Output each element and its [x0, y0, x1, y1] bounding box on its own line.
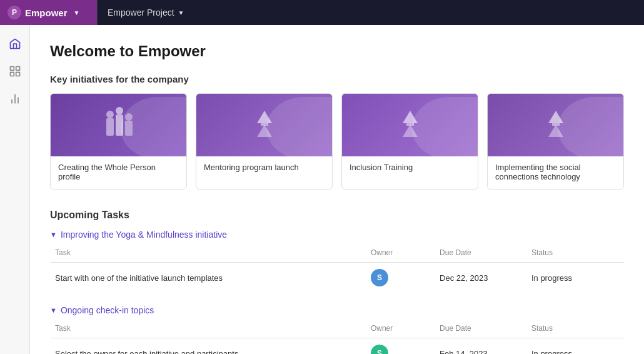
card-label-0: Creating the Whole Person profile — [51, 156, 186, 189]
task-table-1: Task Owner Due Date Status Select the ow… — [50, 321, 624, 354]
sidebar — [0, 25, 30, 354]
task-group-0: ▼ Improving the Yoga & Mindfulness initi… — [50, 230, 624, 293]
cards-row: Creating the Whole Person profile — [50, 93, 624, 190]
initiative-card-0[interactable]: Creating the Whole Person profile — [50, 93, 187, 190]
date-cell: Dec 22, 2023 — [435, 263, 526, 293]
initiative-card-1[interactable]: Mentoring program launch — [196, 93, 333, 190]
col-header-date-1: Due Date — [435, 321, 526, 338]
table-row: Start with one of the initiative launch … — [50, 263, 624, 293]
tasks-section: Upcoming Tasks ▼ Improving the Yoga & Mi… — [50, 210, 624, 354]
upcoming-tasks-label: Upcoming Tasks — [50, 210, 624, 221]
col-header-task-0: Task — [50, 246, 366, 263]
brand[interactable]: P Empower ▼ — [0, 0, 97, 25]
brand-icon: P — [8, 6, 21, 19]
svg-marker-14 — [257, 124, 272, 137]
card-label-1: Mentoring program launch — [196, 156, 332, 180]
svg-rect-0 — [10, 67, 14, 71]
status-badge: In progress — [531, 349, 572, 355]
initiative-card-3[interactable]: Implementing the social connections tech… — [487, 93, 624, 190]
svg-marker-19 — [548, 111, 563, 123]
status-cell: In progress — [526, 338, 624, 355]
svg-rect-21 — [552, 123, 560, 126]
table-row: Select the owner for each initiative and… — [50, 338, 624, 355]
sidebar-item-reports[interactable] — [4, 88, 26, 110]
svg-rect-8 — [116, 114, 123, 136]
date-cell: Feb 14, 2023 — [435, 338, 526, 355]
svg-rect-18 — [406, 123, 414, 126]
key-initiatives-section: Key initiatives for the company — [50, 74, 624, 190]
status-cell: In progress — [526, 263, 624, 293]
svg-marker-16 — [403, 111, 418, 123]
svg-rect-1 — [16, 67, 19, 71]
card-image-1 — [196, 94, 332, 156]
card-figure-3 — [537, 106, 575, 145]
svg-point-11 — [116, 107, 123, 114]
key-initiatives-label: Key initiatives for the company — [50, 74, 624, 84]
col-header-task-1: Task — [50, 321, 366, 338]
task-cell: Select the owner for each initiative and… — [50, 338, 366, 355]
svg-marker-17 — [403, 124, 418, 137]
project-name: Empower Project — [108, 8, 174, 18]
project-dropdown-arrow: ▼ — [178, 9, 184, 16]
svg-rect-7 — [106, 118, 114, 136]
chevron-down-icon-0: ▼ — [50, 231, 57, 238]
svg-point-12 — [125, 113, 133, 121]
task-group-0-name: Improving the Yoga & Mindfulness initiat… — [61, 230, 227, 240]
page-title: Welcome to Empower — [50, 43, 624, 60]
brand-dropdown-arrow[interactable]: ▼ — [74, 9, 80, 16]
task-group-1-title[interactable]: ▼ Ongoing check-in topics — [50, 305, 624, 315]
chevron-down-icon-1: ▼ — [50, 306, 57, 314]
top-nav: P Empower ▼ Empower Project ▼ — [0, 0, 644, 25]
brand-name: Empower — [25, 8, 68, 18]
svg-rect-9 — [125, 121, 133, 136]
col-header-date-0: Due Date — [435, 246, 526, 263]
card-image-3 — [488, 94, 623, 156]
task-group-1: ▼ Ongoing check-in topics Task Owner Due… — [50, 305, 624, 354]
avatar: S — [371, 345, 388, 354]
owner-cell: S — [366, 263, 435, 293]
card-label-2: Inclusion Training — [342, 156, 478, 180]
owner-cell: S — [366, 338, 435, 355]
svg-rect-3 — [16, 73, 19, 76]
avatar: S — [371, 269, 388, 286]
col-header-status-1: Status — [526, 321, 624, 338]
task-group-1-name: Ongoing check-in topics — [61, 305, 154, 315]
sidebar-item-home[interactable] — [4, 33, 26, 55]
card-image-0 — [51, 94, 186, 156]
main-content: Welcome to Empower Key initiatives for t… — [30, 25, 644, 354]
initiative-card-2[interactable]: Inclusion Training — [341, 93, 478, 190]
sidebar-item-dashboard[interactable] — [4, 60, 26, 83]
card-figure-2 — [391, 106, 429, 145]
col-header-owner-0: Owner — [366, 246, 435, 263]
project-selector[interactable]: Empower Project ▼ — [97, 0, 194, 25]
status-badge: In progress — [531, 273, 572, 283]
card-label-3: Implementing the social connections tech… — [488, 156, 623, 189]
task-table-0: Task Owner Due Date Status Start with on… — [50, 246, 624, 293]
card-image-2 — [342, 94, 478, 156]
task-group-0-title[interactable]: ▼ Improving the Yoga & Mindfulness initi… — [50, 230, 624, 240]
svg-point-10 — [106, 111, 114, 118]
svg-marker-20 — [548, 124, 563, 137]
card-figure-0 — [100, 106, 138, 145]
svg-rect-2 — [10, 73, 14, 76]
col-header-status-0: Status — [526, 246, 624, 263]
svg-rect-15 — [261, 123, 268, 126]
card-figure-1 — [246, 106, 283, 145]
app-body: Welcome to Empower Key initiatives for t… — [0, 25, 644, 354]
svg-marker-13 — [257, 111, 272, 123]
task-cell: Start with one of the initiative launch … — [50, 263, 366, 293]
col-header-owner-1: Owner — [366, 321, 435, 338]
